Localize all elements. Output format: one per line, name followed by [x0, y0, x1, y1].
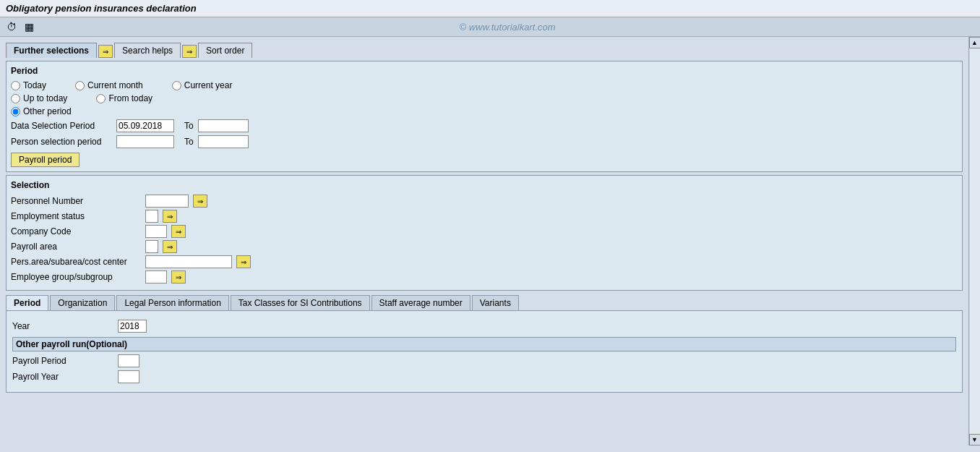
main-content: Further selections ⇒ Search helps ⇒ Sort…: [0, 37, 980, 445]
radio-current-month-label: Current month: [87, 80, 143, 90]
radio-other-period-label: Other period: [23, 106, 72, 116]
radio-current-month: Current month: [75, 80, 143, 90]
radio-other-period: Other period: [11, 106, 72, 116]
bottom-tabs: Period Organization Legal Person informa…: [6, 295, 963, 310]
data-selection-input[interactable]: [116, 119, 174, 132]
employment-status-arrow[interactable]: ⇒: [163, 210, 177, 223]
radio-row-2: Up to today From today: [11, 93, 958, 103]
company-code-label: Company Code: [11, 226, 141, 236]
company-code-row: Company Code ⇒: [11, 225, 958, 238]
employment-status-label: Employment status: [11, 211, 141, 221]
data-selection-to-label: To: [184, 121, 194, 131]
person-selection-to-input[interactable]: [198, 135, 249, 148]
radio-current-month-input[interactable]: [75, 81, 85, 90]
tab-legal-person[interactable]: Legal Person information: [116, 295, 228, 310]
arrow-icon-1[interactable]: ⇒: [98, 45, 113, 58]
personnel-number-input[interactable]: [145, 195, 189, 208]
content-area: Further selections ⇒ Search helps ⇒ Sort…: [0, 37, 968, 445]
toolbar: ⏱ ▦ © www.tutorialkart.com: [0, 17, 980, 37]
radio-up-to-today-label: Up to today: [23, 93, 67, 103]
employee-group-label: Employee group/subgroup: [11, 272, 141, 282]
company-code-arrow[interactable]: ⇒: [171, 225, 186, 238]
employee-group-input[interactable]: [145, 270, 167, 283]
payroll-year-input[interactable]: [118, 370, 139, 383]
bottom-panel: Year Other payroll run(Optional) Payroll…: [6, 310, 963, 393]
radio-current-year-input[interactable]: [172, 81, 181, 90]
radio-today-input[interactable]: [11, 81, 20, 90]
payroll-period-row: Payroll Period: [12, 354, 956, 367]
radio-current-year: Current year: [172, 80, 233, 90]
person-selection-row: Person selection period To: [11, 135, 958, 148]
bottom-tabs-container: Period Organization Legal Person informa…: [6, 295, 963, 393]
employee-group-row: Employee group/subgroup ⇒: [11, 270, 958, 283]
payroll-year-row: Payroll Year: [12, 370, 956, 383]
tab-staff-average[interactable]: Staff average number: [371, 295, 470, 310]
radio-row-3: Other period: [11, 106, 958, 116]
employment-status-input[interactable]: [145, 210, 158, 223]
selection-panel: Selection Personnel Number ⇒ Employment …: [6, 175, 963, 291]
pers-area-arrow[interactable]: ⇒: [236, 255, 251, 268]
clock-icon[interactable]: ⏱: [4, 20, 19, 34]
tab-sort-order[interactable]: Sort order: [198, 43, 252, 58]
payroll-period-input[interactable]: [118, 354, 139, 367]
radio-from-today-label: From today: [108, 93, 152, 103]
scrollbar-track: [970, 48, 980, 434]
personnel-number-label: Personnel Number: [11, 196, 141, 206]
radio-from-today: From today: [96, 93, 152, 103]
page-title: Obligatory pension insurances declaratio…: [6, 3, 197, 14]
person-selection-input[interactable]: [116, 135, 174, 148]
year-input[interactable]: [118, 320, 147, 333]
radio-today: Today: [11, 80, 46, 90]
title-bar: Obligatory pension insurances declaratio…: [0, 0, 980, 17]
tab-further-selections[interactable]: Further selections: [6, 43, 97, 58]
radio-row-1: Today Current month Current year: [11, 80, 958, 90]
payroll-area-input[interactable]: [145, 240, 158, 253]
payroll-btn-row: Payroll period: [11, 153, 958, 167]
scrollbar-right: ▲ ▼: [968, 37, 980, 445]
payroll-year-label: Payroll Year: [12, 372, 113, 382]
scroll-up-button[interactable]: ▲: [969, 37, 981, 48]
pers-area-row: Pers.area/subarea/cost center ⇒: [11, 255, 958, 268]
radio-up-to-today-input[interactable]: [11, 94, 20, 103]
employee-group-arrow[interactable]: ⇒: [171, 270, 186, 283]
tab-tax-classes[interactable]: Tax Classes for SI Contributions: [231, 295, 370, 310]
period-panel: Period Today Current month Current year: [6, 61, 963, 172]
employment-status-row: Employment status ⇒: [11, 210, 958, 223]
watermark: © www.tutorialkart.com: [39, 22, 976, 33]
scroll-down-button[interactable]: ▼: [969, 434, 981, 445]
year-row: Year: [12, 320, 956, 333]
payroll-area-arrow[interactable]: ⇒: [163, 240, 177, 253]
data-selection-label: Data Selection Period: [11, 121, 112, 131]
payroll-period-label: Payroll Period: [12, 356, 113, 366]
data-selection-to-input[interactable]: [198, 119, 249, 132]
person-selection-label: Person selection period: [11, 137, 112, 147]
radio-today-label: Today: [23, 80, 46, 90]
payroll-period-button[interactable]: Payroll period: [11, 153, 79, 167]
tab-search-helps[interactable]: Search helps: [114, 43, 181, 58]
radio-current-year-label: Current year: [184, 80, 233, 90]
other-payroll-run-title: Other payroll run(Optional): [12, 337, 956, 351]
personnel-number-arrow[interactable]: ⇒: [193, 195, 207, 208]
year-label: Year: [12, 321, 113, 331]
radio-from-today-input[interactable]: [96, 94, 106, 103]
pers-area-input[interactable]: [145, 255, 232, 268]
payroll-area-label: Payroll area: [11, 242, 141, 252]
period-panel-title: Period: [11, 66, 958, 76]
arrow-icon-2[interactable]: ⇒: [182, 45, 197, 58]
radio-up-to-today: Up to today: [11, 93, 67, 103]
pers-area-label: Pers.area/subarea/cost center: [11, 257, 141, 267]
person-selection-to-label: To: [184, 137, 194, 147]
section-tabs-row: Further selections ⇒ Search helps ⇒ Sort…: [3, 40, 966, 58]
tab-variants[interactable]: Variants: [472, 295, 519, 310]
personnel-number-row: Personnel Number ⇒: [11, 195, 958, 208]
data-selection-row: Data Selection Period To: [11, 119, 958, 132]
company-code-input[interactable]: [145, 225, 167, 238]
tab-organization[interactable]: Organization: [50, 295, 115, 310]
radio-other-period-input[interactable]: [11, 107, 20, 116]
payroll-area-row: Payroll area ⇒: [11, 240, 958, 253]
selection-panel-title: Selection: [11, 180, 958, 190]
grid-icon[interactable]: ▦: [22, 20, 36, 34]
tab-period[interactable]: Period: [6, 295, 48, 310]
